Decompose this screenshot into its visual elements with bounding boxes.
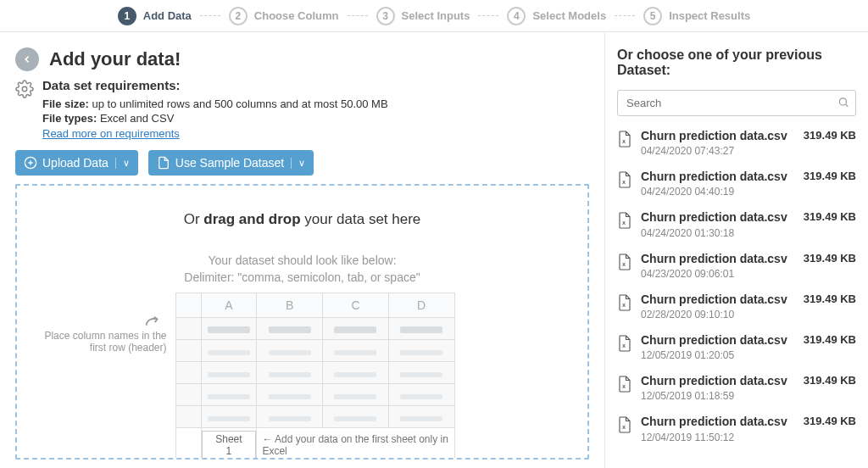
page-title: Add your data! xyxy=(49,48,181,70)
dataset-size: 319.49 KB xyxy=(804,210,856,223)
step-select-models[interactable]: 4 Select Models xyxy=(507,7,606,25)
dataset-size: 319.49 KB xyxy=(804,374,856,387)
step-number: 3 xyxy=(376,7,395,25)
step-label: Add Data xyxy=(143,9,192,22)
dataset-date: 12/04/2019 11:50:12 xyxy=(641,432,795,443)
dataset-size: 319.49 KB xyxy=(804,292,856,305)
dataset-name: Churn prediction data.csv xyxy=(641,209,795,225)
file-excel-icon: X xyxy=(617,293,632,315)
dataset-item[interactable]: X Churn prediction data.csv 12/05/2019 0… xyxy=(617,332,856,361)
dataset-size: 319.49 KB xyxy=(804,333,856,346)
svg-point-4 xyxy=(839,98,846,104)
use-sample-dataset-button[interactable]: Use Sample Dataset ∨ xyxy=(148,150,314,176)
svg-text:X: X xyxy=(622,261,626,266)
file-excel-icon: X xyxy=(617,211,632,232)
dataset-name: Churn prediction data.csv xyxy=(641,128,795,143)
file-excel-icon: X xyxy=(617,415,632,437)
file-icon xyxy=(157,156,170,170)
svg-line-5 xyxy=(846,104,849,107)
delimiter-hint: Delimiter: "comma, semicolon, tab, or sp… xyxy=(184,270,420,284)
header-row-hint: Place column names in the first row (hea… xyxy=(40,330,167,354)
step-divider xyxy=(200,15,220,16)
dataset-name: Churn prediction data.csv xyxy=(641,251,795,266)
file-excel-icon: X xyxy=(617,253,632,274)
gear-icon xyxy=(15,80,34,101)
step-number: 5 xyxy=(643,7,662,25)
step-select-inputs[interactable]: 3 Select Inputs xyxy=(376,7,470,25)
step-inspect-results[interactable]: 5 Inspect Results xyxy=(643,7,750,25)
step-label: Inspect Results xyxy=(669,9,750,22)
drop-zone-title: Or drag and drop your data set here xyxy=(184,211,421,228)
step-choose-column[interactable]: 2 Choose Column xyxy=(229,7,339,25)
svg-text:X: X xyxy=(622,220,626,226)
search-icon xyxy=(837,96,849,110)
dataset-name: Churn prediction data.csv xyxy=(641,169,795,184)
step-divider xyxy=(348,15,368,16)
dataset-date: 12/05/2019 01:18:59 xyxy=(641,390,795,402)
step-label: Select Inputs xyxy=(402,9,470,22)
requirements-filesize: File size: up to unlimited rows and 500 … xyxy=(42,98,388,110)
dataset-item[interactable]: X Churn prediction data.csv 04/23/2020 0… xyxy=(617,251,856,280)
dataset-item[interactable]: X Churn prediction data.csv 02/28/2020 0… xyxy=(617,292,856,320)
step-label: Select Models xyxy=(532,9,606,22)
svg-text:X: X xyxy=(622,343,626,348)
previous-datasets-title: Or choose one of your previous Dataset: xyxy=(617,47,856,78)
dataset-hint: Your dataset should look like below: xyxy=(208,254,396,267)
file-excel-icon: X xyxy=(617,130,632,151)
dataset-size: 319.49 KB xyxy=(804,129,856,142)
chevron-down-icon: ∨ xyxy=(291,158,305,169)
dataset-name: Churn prediction data.csv xyxy=(641,373,795,388)
file-excel-icon: X xyxy=(617,375,632,396)
step-label: Choose Column xyxy=(254,9,339,22)
svg-text:X: X xyxy=(622,384,626,389)
dataset-name: Churn prediction data.csv xyxy=(641,292,795,307)
requirements-filetypes: File types: Excel and CSV xyxy=(42,112,388,125)
plus-circle-icon xyxy=(24,156,37,170)
svg-text:X: X xyxy=(622,180,626,185)
dataset-list: X Churn prediction data.csv 04/24/2020 0… xyxy=(617,128,856,443)
dataset-item[interactable]: X Churn prediction data.csv 04/24/2020 0… xyxy=(617,128,856,157)
upload-data-button[interactable]: Upload Data ∨ xyxy=(15,150,138,176)
step-divider xyxy=(615,15,635,16)
file-excel-icon: X xyxy=(617,170,632,192)
back-button[interactable] xyxy=(15,47,39,71)
chevron-down-icon: ∨ xyxy=(115,158,130,169)
dataset-item[interactable]: X Churn prediction data.csv 04/24/2020 0… xyxy=(617,169,856,198)
step-number: 4 xyxy=(507,7,526,25)
step-divider xyxy=(478,15,498,16)
chevron-left-icon xyxy=(21,53,33,65)
step-number: 2 xyxy=(229,7,248,25)
svg-text:X: X xyxy=(622,425,626,430)
dataset-item[interactable]: X Churn prediction data.csv 12/04/2019 1… xyxy=(617,414,856,443)
example-table: A B C D Sheet 1← Add your data on the fi… xyxy=(175,292,455,460)
dataset-date: 04/24/2020 01:30:18 xyxy=(641,227,795,239)
dataset-item[interactable]: X Churn prediction data.csv 12/05/2019 0… xyxy=(617,373,856,402)
svg-text:X: X xyxy=(622,139,626,144)
step-add-data[interactable]: 1 Add Data xyxy=(118,7,192,25)
dataset-date: 12/05/2019 01:20:05 xyxy=(641,349,795,361)
file-excel-icon: X xyxy=(617,334,632,355)
left-panel: Add your data! Data set requirements: Fi… xyxy=(0,32,605,468)
dataset-size: 319.49 KB xyxy=(804,170,856,182)
svg-point-0 xyxy=(22,86,27,92)
dataset-name: Churn prediction data.csv xyxy=(641,414,795,429)
svg-text:X: X xyxy=(622,302,626,307)
read-more-link[interactable]: Read more on requirements xyxy=(42,127,180,140)
dataset-date: 04/24/2020 04:40:19 xyxy=(641,186,795,198)
dataset-name: Churn prediction data.csv xyxy=(641,332,795,348)
wizard-stepper: 1 Add Data 2 Choose Column 3 Select Inpu… xyxy=(0,0,868,32)
dataset-date: 02/28/2020 09:10:10 xyxy=(641,309,795,320)
right-panel: Or choose one of your previous Dataset: … xyxy=(605,32,868,468)
requirements-title: Data set requirements: xyxy=(42,78,388,92)
dataset-date: 04/24/2020 07:43:27 xyxy=(641,145,795,157)
sheet-tab: Sheet 1 xyxy=(202,431,257,460)
search-input[interactable] xyxy=(617,90,856,116)
dataset-size: 319.49 KB xyxy=(804,252,856,265)
step-number: 1 xyxy=(118,7,136,25)
dataset-size: 319.49 KB xyxy=(804,415,856,427)
dataset-date: 04/23/2020 09:06:01 xyxy=(641,268,795,280)
dataset-item[interactable]: X Churn prediction data.csv 04/24/2020 0… xyxy=(617,209,856,238)
drop-zone[interactable]: Or drag and drop your data set here Your… xyxy=(15,184,589,460)
